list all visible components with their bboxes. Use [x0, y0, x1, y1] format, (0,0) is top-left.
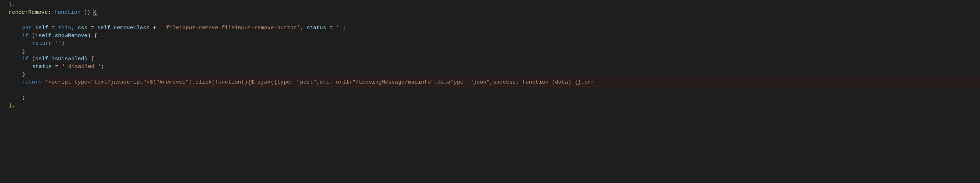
code-line[interactable]: renderRemove: function () { — [2, 8, 980, 16]
string-literal: '' — [336, 25, 343, 31]
paren-open: (! — [29, 32, 38, 39]
string-literal: ' fileinput-remove fileinput-remove-butt… — [159, 25, 300, 31]
keyword-if: if — [22, 56, 29, 62]
brace-open: { — [94, 9, 97, 16]
var-status: status — [307, 25, 329, 31]
code-line[interactable] — [2, 16, 980, 24]
code-line-error[interactable]: return '<script type="text/javascript">$… — [2, 78, 980, 86]
prop-removeClass: removeClass — [113, 25, 150, 31]
eq: = — [91, 25, 97, 31]
code-line[interactable]: return ''; — [2, 40, 980, 47]
code-line[interactable]: }, — [2, 101, 980, 109]
code-line[interactable]: } — [2, 47, 980, 55]
code-line[interactable]: ; — [2, 94, 980, 101]
code-line[interactable] — [2, 86, 980, 94]
prop-showRemove: showRemove — [55, 32, 88, 39]
colon: : — [48, 9, 54, 16]
comma: , — [300, 25, 307, 31]
ref-self: self — [97, 25, 110, 31]
space — [52, 40, 55, 47]
prop-isDisabled: isDisabled — [52, 56, 84, 62]
keyword-return: return — [22, 79, 42, 85]
semicolon: ; — [62, 40, 65, 47]
var-css: css — [78, 25, 91, 31]
comma: , — [71, 25, 78, 31]
code-line[interactable]: if (!self.showRemove) { — [2, 32, 980, 40]
semicolon: ; — [101, 63, 104, 70]
paren-close-brace: ) { — [84, 56, 94, 62]
keyword-return: return — [32, 40, 52, 47]
code-line[interactable]: if (self.isDisabled) { — [2, 55, 980, 63]
semicolon: ; — [343, 25, 346, 31]
method-name: renderRemove — [9, 9, 48, 16]
keyword-function: function — [54, 9, 81, 16]
code-line[interactable]: } — [2, 71, 980, 78]
eq: = — [329, 25, 336, 31]
parens: () — [81, 9, 94, 16]
code-line[interactable]: status = ' disabled '; — [2, 63, 980, 71]
dot: . — [48, 56, 51, 62]
brace-close: } — [22, 71, 25, 77]
keyword-var: var — [22, 25, 32, 31]
code-line[interactable]: var self = this, css = self.removeClass … — [2, 24, 980, 32]
brace-close: } — [22, 48, 25, 54]
brace: }, — [9, 2, 16, 8]
code-line[interactable]: }, — [2, 1, 980, 8]
semicolon: ; — [22, 95, 25, 101]
var-status: status — [32, 63, 55, 70]
plus: + — [150, 25, 159, 31]
space — [42, 79, 45, 85]
keyword-if: if — [22, 32, 29, 39]
dot: . — [52, 32, 55, 39]
paren-open: ( — [29, 56, 35, 62]
keyword-this: this — [58, 25, 71, 31]
eq: = — [52, 25, 58, 31]
comma: , — [12, 102, 15, 109]
ref-self: self — [35, 56, 48, 62]
brace-close: } — [9, 102, 12, 109]
code-editor[interactable]: }, renderRemove: function () { var self … — [0, 0, 980, 110]
dot: . — [110, 25, 113, 31]
string-literal-error: '<script type="text/javascript">$("#remo… — [45, 79, 594, 85]
var-self: self — [32, 25, 52, 31]
eq: = — [55, 63, 62, 70]
string-literal: ' disabled ' — [62, 63, 101, 70]
string-literal: '' — [55, 40, 62, 47]
paren-close-brace: ) { — [88, 32, 97, 39]
ref-self: self — [38, 32, 51, 39]
